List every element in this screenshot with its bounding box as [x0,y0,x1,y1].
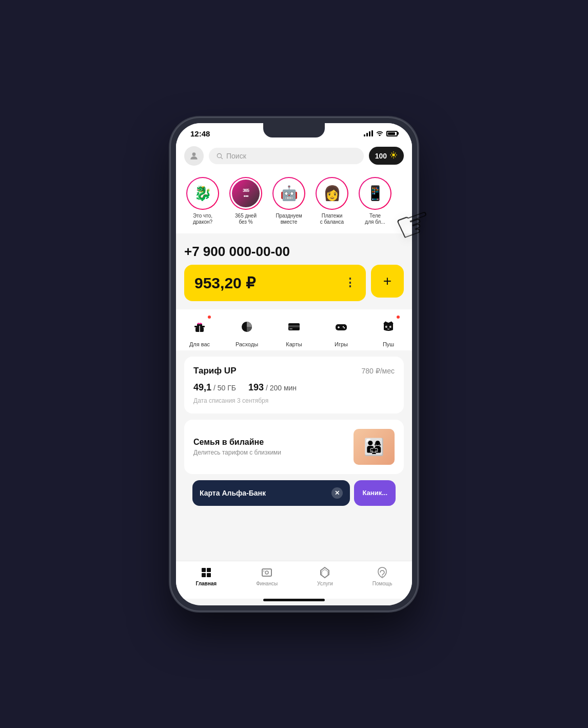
svg-line-2 [221,157,223,159]
phone-number: +7 900 000-00-00 [184,244,404,260]
quick-actions: Для вас Расходы [176,309,412,350]
dlya-vas-badge [207,314,212,320]
svg-point-24 [265,571,268,574]
status-icons [364,130,398,137]
nav-services-label: Услуги [317,581,333,586]
promo-row: Карта Альфа-Банк ✕ Каник... [184,480,404,506]
action-dlya-vas-label: Для вас [189,341,210,347]
svg-point-14 [344,327,345,328]
nav-help[interactable]: Помощь [373,566,393,586]
battery-icon [386,131,398,136]
action-igry[interactable]: Игры [323,316,359,347]
search-placeholder: Поиск [226,152,246,160]
gamepad-icon [334,320,348,334]
story-tele-label: Теледля бл... [365,213,385,225]
story-robot-label: Празднуемвместе [276,213,302,225]
svg-rect-21 [202,573,206,577]
home-indicator [263,599,325,601]
family-card[interactable]: Семья в билайне Делитесь тарифом с близк… [184,420,404,474]
stories-section[interactable]: 🐉 Это что,дракон? 365●●● [176,171,412,233]
home-icon [200,566,212,579]
story-365[interactable]: 365●●● 365 днейбез % [227,177,264,225]
data-stat: 49,1 / 50 ГБ [193,382,236,393]
svg-rect-9 [289,328,292,329]
balance-amount: 953,20 ₽ [194,274,256,292]
svg-point-0 [192,152,196,156]
action-karty[interactable]: Карты [276,316,312,347]
nav-finance[interactable]: Финансы [256,566,278,586]
pie-icon [240,320,254,334]
family-photo: 👨‍👩‍👧 [354,429,395,465]
phone-frame: 12:48 [171,118,417,611]
svg-rect-20 [207,568,211,572]
bonus-icon [389,151,398,161]
svg-point-1 [217,153,221,158]
story-dragon[interactable]: 🐉 Это что,дракон? [184,177,221,225]
bottom-nav: Главная Финансы Услуги [176,561,412,599]
tariff-card[interactable]: Тариф UP 780 ₽/мес 49,1 / 50 ГБ 193 / 20… [184,357,404,414]
promo-alfa-label: Карта Альфа-Банк [200,489,266,497]
svg-rect-10 [336,324,347,330]
story-girl-label: Платежис баланса [320,213,344,225]
action-igry-label: Игры [335,341,348,347]
push-badge [396,314,401,320]
top-bar: Поиск 100 [176,141,412,171]
svg-point-26 [382,576,383,577]
action-push[interactable]: Пуш [370,316,406,347]
svg-point-17 [386,326,387,327]
data-total: / 50 ГБ [213,384,236,392]
gift-icon [192,320,207,334]
svg-rect-23 [262,569,271,576]
bonus-button[interactable]: 100 [369,147,404,165]
story-dragon-label: Это что,дракон? [193,213,212,225]
action-rashody[interactable]: Расходы [229,316,265,347]
wifi-icon [376,130,384,137]
minutes-stat: 193 / 200 мин [248,382,297,393]
balance-row: 953,20 ₽ ⋮ + [176,265,412,309]
signal-icon [364,130,373,136]
balance-card[interactable]: 953,20 ₽ ⋮ [184,265,366,301]
tariff-title: Тариф UP [193,366,236,376]
promo-kanik[interactable]: Каник... [354,480,396,506]
search-bar[interactable]: Поиск [209,148,364,164]
svg-point-13 [343,326,344,327]
nav-services[interactable]: Услуги [317,566,333,586]
svg-rect-19 [202,568,206,572]
tariff-price: 780 ₽/мес [361,367,395,375]
card-icon [287,320,301,334]
story-365-label: 365 днейбез % [235,213,257,225]
story-girl[interactable]: 👩 Платежис баланса [313,177,350,225]
promo-alfa[interactable]: Карта Альфа-Банк ✕ [192,480,350,506]
services-icon [319,566,331,579]
phone-wrapper: 12:48 [171,118,417,611]
action-dlya-vas[interactable]: Для вас [182,316,218,347]
svg-rect-8 [288,325,300,327]
svg-point-18 [390,326,391,327]
user-avatar-button[interactable] [184,146,204,166]
promo-kanik-label: Каник... [362,489,387,497]
story-robot[interactable]: 🤖 Празднуемвместе [270,177,307,225]
nav-help-label: Помощь [373,581,393,586]
action-push-label: Пуш [383,341,394,347]
search-icon [216,152,223,160]
svg-point-3 [392,153,395,156]
family-subtitle: Делитесь тарифом с близкими [193,449,281,456]
status-time: 12:48 [190,129,210,138]
action-rashody-label: Расходы [236,341,258,347]
add-button[interactable]: + [371,265,404,298]
bonus-count: 100 [375,152,387,160]
user-icon [189,151,199,161]
nav-home[interactable]: Главная [195,566,217,586]
balance-menu-icon[interactable]: ⋮ [344,276,356,289]
nav-finance-label: Финансы [256,581,278,586]
data-used: 49,1 [193,382,211,392]
phone-screen: 12:48 [176,123,412,605]
minutes-used: 193 [248,382,264,392]
promo-close-button[interactable]: ✕ [331,487,343,499]
help-icon [376,566,388,579]
svg-rect-22 [207,573,211,577]
screen-content[interactable]: Поиск 100 [176,141,412,561]
notch [263,123,325,137]
cat-icon [381,320,396,334]
story-tele[interactable]: 📱 Теледля бл... [357,177,394,225]
